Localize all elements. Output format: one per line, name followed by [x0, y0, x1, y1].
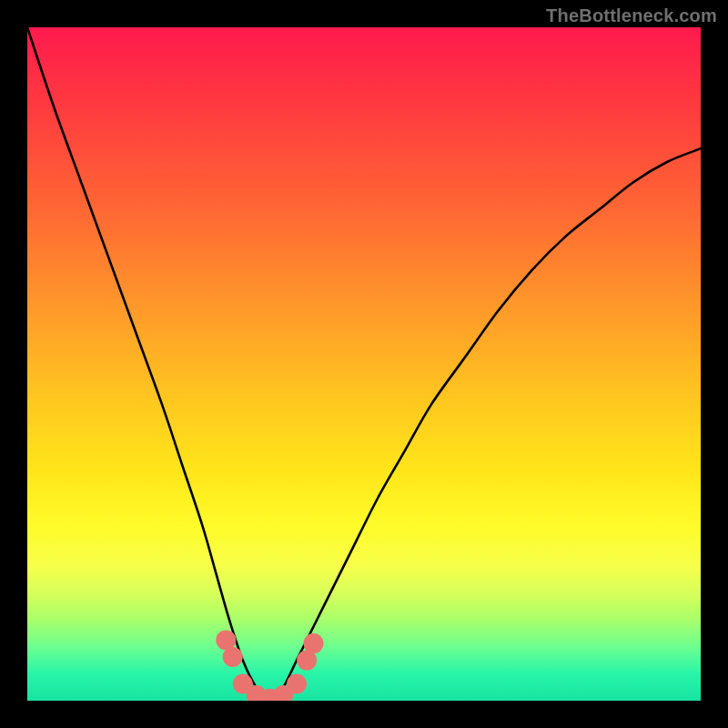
highlight-markers — [216, 630, 323, 701]
curve-path — [27, 27, 701, 699]
bottleneck-curve — [27, 27, 701, 699]
watermark-label: TheBottleneck.com — [546, 5, 717, 26]
chart-frame: TheBottleneck.com — [0, 0, 728, 728]
highlight-marker — [287, 674, 307, 694]
plot-area — [27, 27, 701, 701]
curve-layer — [27, 27, 701, 701]
highlight-marker — [223, 647, 243, 667]
highlight-marker — [304, 633, 324, 653]
